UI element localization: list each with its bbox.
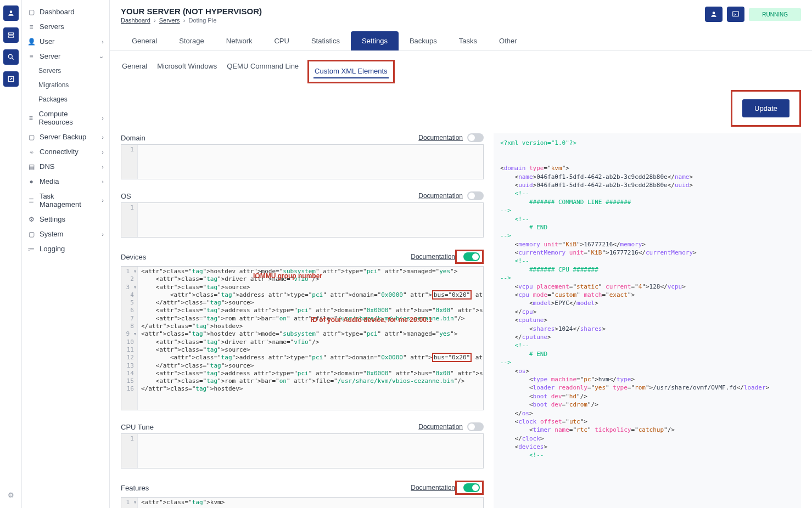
svg-line-4 <box>12 58 13 60</box>
chevron-icon: › <box>102 115 104 121</box>
section-features: Features Documentation 1 ▾ 2 3 <attr">cl… <box>121 481 484 508</box>
breadcrumb-dashboard[interactable]: Dashboard <box>121 17 150 24</box>
console-button[interactable] <box>727 7 744 22</box>
gutter: 1 ▾ 2 3 ▾ 4 5 6 7 8 9 ▾ 10 11 12 13 14 1… <box>121 267 138 410</box>
rail-search-icon[interactable] <box>3 49 19 65</box>
doc-link-cpu[interactable]: Documentation <box>418 423 463 431</box>
sub-tabs: GeneralMicrosoft WindowsQEMU Command Lin… <box>121 60 395 83</box>
tab-settings[interactable]: Settings <box>351 31 399 50</box>
sidebar-item-settings[interactable]: ⚙Settings <box>22 212 109 227</box>
section-title-features: Features <box>121 484 149 492</box>
svg-rect-2 <box>8 36 13 37</box>
gutter: 1 ▾ 2 3 <box>121 498 138 508</box>
editor-features[interactable]: 1 ▾ 2 3 <attr">class="tag">kvm> <attr">c… <box>121 497 484 508</box>
code[interactable] <box>138 145 483 179</box>
sidebar-icon: 👤 <box>27 38 35 46</box>
subtab-custom-xml-elements[interactable]: Custom XML Elements <box>313 65 388 78</box>
sidebar-item-server-backup[interactable]: ▢Server Backup› <box>22 129 109 144</box>
rail-external-icon[interactable] <box>3 71 19 87</box>
tab-other[interactable]: Other <box>488 31 528 50</box>
rail-users-icon[interactable] <box>3 5 19 21</box>
sidebar-sub-servers[interactable]: Servers <box>22 64 109 78</box>
chevron-icon: › <box>102 231 104 238</box>
code[interactable] <box>138 203 483 237</box>
subtab-microsoft-windows[interactable]: Microsoft Windows <box>156 60 218 83</box>
sidebar-icon: ≡ <box>27 23 35 31</box>
sidebar-item-server[interactable]: ≡Server⌄ <box>22 49 109 64</box>
status-badge: RUNNING <box>749 8 801 21</box>
breadcrumb-servers[interactable]: Servers <box>159 17 180 24</box>
top-tabs: GeneralStorageNetworkCPUStatisticsSettin… <box>121 31 801 50</box>
icon-rail: ⚙ <box>0 0 22 508</box>
sidebar-item-compute-resources[interactable]: ≡Compute Resources› <box>22 106 109 129</box>
sidebar-icon: ≔ <box>27 245 35 253</box>
sidebar-item-system[interactable]: ▢System› <box>22 227 109 241</box>
tab-network[interactable]: Network <box>215 31 264 50</box>
section-title-devices: Devices <box>121 253 146 261</box>
svg-point-6 <box>713 12 715 14</box>
sidebar-sub-packages[interactable]: Packages <box>22 92 109 106</box>
update-button[interactable]: Update <box>742 99 789 117</box>
toggle-cpu[interactable] <box>467 422 484 431</box>
sidebar-icon: ⟐ <box>27 148 35 156</box>
code[interactable]: <attr">class="tag">kvm> <attr">class="ta… <box>138 498 483 508</box>
chevron-icon: › <box>102 178 104 185</box>
svg-point-0 <box>9 10 12 13</box>
code[interactable] <box>138 434 483 468</box>
tab-general[interactable]: General <box>121 31 168 50</box>
chevron-icon: › <box>102 134 104 140</box>
sidebar-icon: ≡ <box>27 114 35 122</box>
tab-backups[interactable]: Backups <box>399 31 448 50</box>
rail-stack-icon[interactable] <box>3 27 19 43</box>
doc-link-os[interactable]: Documentation <box>418 192 463 200</box>
section-devices: Devices Documentation 1 ▾ 2 3 ▾ 4 5 6 7 … <box>121 250 484 410</box>
editor-domain[interactable]: 1 <box>121 144 484 179</box>
editor-cpu[interactable]: 1 <box>121 433 484 469</box>
breadcrumb-current: Doting Pie <box>189 17 217 24</box>
chevron-icon: ⌄ <box>99 53 104 60</box>
sidebar-sub-migrations[interactable]: Migrations <box>22 78 109 92</box>
sidebar-item-dashboard[interactable]: ▢Dashboard <box>22 4 109 19</box>
rail-settings-icon[interactable]: ⚙ <box>8 491 14 499</box>
subtab-general[interactable]: General <box>121 60 148 83</box>
sidebar-icon: ▢ <box>27 133 35 141</box>
toggle-features[interactable] <box>463 483 480 492</box>
sidebar-item-logging[interactable]: ≔Logging <box>22 241 109 256</box>
section-title-os: OS <box>121 192 131 200</box>
sidebar-item-user[interactable]: 👤User› <box>22 34 109 49</box>
doc-link-domain[interactable]: Documentation <box>418 134 463 142</box>
sidebar-icon: ≣ <box>27 196 35 204</box>
toggle-os[interactable] <box>467 191 484 200</box>
sidebar-icon: ▢ <box>27 230 35 238</box>
gutter: 1 <box>121 434 138 468</box>
tab-cpu[interactable]: CPU <box>263 31 300 50</box>
tab-tasks[interactable]: Tasks <box>448 31 488 50</box>
svg-point-3 <box>8 54 12 58</box>
sidebar-item-servers[interactable]: ≡Servers <box>22 19 109 34</box>
toggle-devices[interactable] <box>463 252 480 261</box>
chevron-icon: › <box>102 38 104 45</box>
sidebar-item-connectivity[interactable]: ⟐Connectivity› <box>22 144 109 159</box>
sidebar-icon: ● <box>27 178 35 185</box>
gutter: 1 <box>121 145 138 179</box>
section-title-domain: Domain <box>121 134 145 142</box>
sidebar-item-task-management[interactable]: ≣Task Management› <box>22 189 109 212</box>
doc-link-devices[interactable]: Documentation <box>411 253 455 261</box>
breadcrumb: Dashboard › Servers › Doting Pie <box>121 17 262 24</box>
user-button[interactable] <box>705 7 723 22</box>
subtab-qemu-command-line[interactable]: QEMU Command Line <box>226 60 300 83</box>
chevron-icon: › <box>102 163 104 170</box>
sidebar-icon: ≡ <box>27 53 35 60</box>
svg-rect-7 <box>733 12 739 16</box>
doc-link-features[interactable]: Documentation <box>411 484 455 492</box>
toggle-domain[interactable] <box>467 133 484 142</box>
editor-devices[interactable]: 1 ▾ 2 3 ▾ 4 5 6 7 8 9 ▾ 10 11 12 13 14 1… <box>121 266 484 410</box>
section-title-cpu: CPU Tune <box>121 423 154 431</box>
tab-storage[interactable]: Storage <box>168 31 215 50</box>
sidebar-item-media[interactable]: ●Media› <box>22 174 109 189</box>
gutter: 1 <box>121 203 138 237</box>
sidebar-item-dns[interactable]: ▤DNS› <box>22 159 109 174</box>
code[interactable]: <attr">class="tag">hostdev attr">mode="s… <box>138 267 483 410</box>
tab-statistics[interactable]: Statistics <box>300 31 351 50</box>
editor-os[interactable]: 1 <box>121 202 484 238</box>
